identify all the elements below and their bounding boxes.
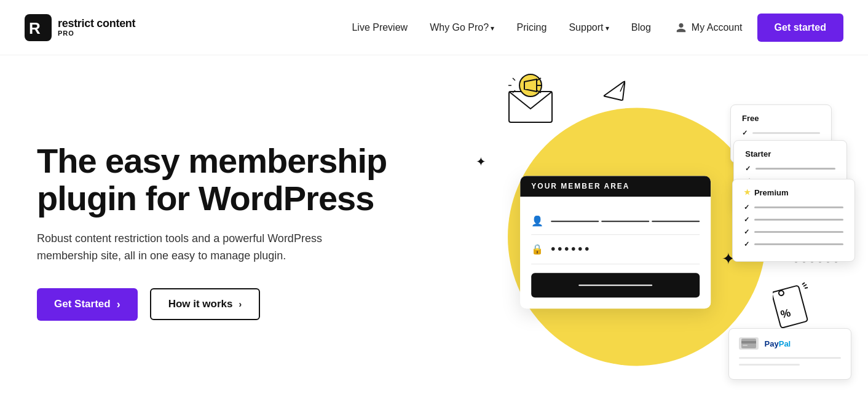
checkmark-icon: ✓ <box>744 203 749 211</box>
pro-badge: PRO <box>58 29 135 37</box>
nav-link-support[interactable]: Support <box>569 22 609 33</box>
payment-card: PayPal <box>728 328 851 380</box>
nav-link-blog[interactable]: Blog <box>631 22 651 33</box>
logo-icon: R <box>25 14 52 41</box>
username-line-short <box>551 221 599 222</box>
svg-rect-15 <box>743 345 748 346</box>
password-dots: •••••• <box>551 242 591 256</box>
svg-marker-2 <box>601 80 629 104</box>
hero-subtitle: Robust content restriction tools and a p… <box>37 230 344 265</box>
nav-link-live-preview[interactable]: Live Preview <box>352 22 408 33</box>
right-arrow-small-icon: › <box>239 299 242 309</box>
member-area-header: YOUR MEMBER AREA <box>520 176 711 197</box>
nav-item-support[interactable]: Support <box>569 22 609 33</box>
member-submit-button <box>531 273 700 297</box>
password-field: 🔒 •••••• <box>531 235 700 264</box>
payment-line-short <box>739 364 800 366</box>
hero-left: The easy membership plugin for WordPress… <box>37 143 456 321</box>
star-premium-icon: ★ <box>744 188 751 197</box>
svg-line-21 <box>805 288 808 288</box>
star-icon-1: ✦ <box>476 154 486 169</box>
nav-item-blog[interactable]: Blog <box>631 22 651 33</box>
nav-item-live-preview[interactable]: Live Preview <box>352 22 408 33</box>
nav-item-pricing[interactable]: Pricing <box>517 22 547 33</box>
tier-premium-card: ★ Premium ✓ ✓ ✓ ✓ <box>732 179 855 262</box>
envelope-illustration <box>503 73 564 125</box>
username-line-long <box>601 221 649 222</box>
how-it-works-label: How it works <box>168 298 233 310</box>
tier-starter-label: Starter <box>745 149 835 159</box>
tier-bar <box>752 132 820 134</box>
checkmark-icon: ✓ <box>745 165 751 173</box>
checkmark-icon: ✓ <box>744 216 749 224</box>
member-card-body: 👤 🔒 •••••• <box>520 197 711 308</box>
hero-section: The easy membership plugin for WordPress… <box>0 55 868 408</box>
nav-links: Live Preview Why Go Pro? Pricing Support… <box>352 22 650 33</box>
submit-line <box>578 284 652 286</box>
checkmark-icon: ✓ <box>742 129 748 137</box>
logo-link[interactable]: R restrict content PRO <box>25 14 135 41</box>
member-area-card: YOUR MEMBER AREA 👤 🔒 •••••• <box>520 176 711 308</box>
lock-field-icon: 🔒 <box>531 243 543 255</box>
svg-line-10 <box>513 78 515 80</box>
nav-link-why-go-pro[interactable]: Why Go Pro? <box>430 22 494 33</box>
tier-bar <box>754 243 843 245</box>
nav-link-pricing[interactable]: Pricing <box>517 22 547 33</box>
hero-buttons: Get Started › How it works › <box>37 288 432 321</box>
brand-name: restrict content <box>58 18 135 30</box>
credit-card-icon <box>739 337 759 350</box>
tier-bar <box>756 168 835 170</box>
nav-get-started-button[interactable]: Get started <box>757 14 843 42</box>
tier-bar <box>754 206 843 208</box>
hero-title: The easy membership plugin for WordPress <box>37 143 432 217</box>
right-arrow-icon: › <box>117 298 120 311</box>
paper-plane-icon <box>601 80 631 108</box>
username-field: 👤 <box>531 208 700 235</box>
tier-free-label: Free <box>742 114 820 123</box>
payment-icons-row: PayPal <box>739 337 841 350</box>
tier-premium-row-4: ✓ <box>744 240 843 248</box>
svg-line-20 <box>803 284 807 286</box>
svg-line-19 <box>802 283 805 284</box>
paypal-logo: PayPal <box>765 339 791 348</box>
hero-get-started-button[interactable]: Get Started › <box>37 288 138 321</box>
tier-free-row-1: ✓ <box>742 129 820 137</box>
tier-premium-label: Premium <box>754 188 789 197</box>
checkmark-icon: ✓ <box>744 240 749 248</box>
username-line-medium <box>652 221 700 222</box>
tier-bar <box>754 219 843 221</box>
nav-right: My Account Get started <box>676 14 843 42</box>
hero-illustration: ✦ ✦ <box>456 55 843 408</box>
how-it-works-button[interactable]: How it works › <box>150 288 261 320</box>
user-field-icon: 👤 <box>531 215 543 227</box>
checkmark-icon: ✓ <box>744 228 749 236</box>
user-icon <box>676 22 687 33</box>
nav-item-why-go-pro[interactable]: Why Go Pro? <box>430 22 494 33</box>
my-account-link[interactable]: My Account <box>676 22 743 33</box>
tier-bar <box>754 231 843 233</box>
my-account-label: My Account <box>692 22 743 33</box>
navbar: R restrict content PRO Live Preview Why … <box>0 0 868 55</box>
svg-rect-14 <box>741 341 756 343</box>
svg-rect-16 <box>773 285 808 328</box>
get-started-label: Get Started <box>54 298 111 310</box>
tier-premium-row-3: ✓ <box>744 228 843 236</box>
payment-line-full <box>739 357 841 359</box>
svg-text:R: R <box>29 19 41 37</box>
tier-premium-row-2: ✓ <box>744 216 843 224</box>
coupon-tag-icon: % <box>773 281 813 331</box>
tier-starter-row-1: ✓ <box>745 165 835 173</box>
tier-premium-row-1: ✓ <box>744 203 843 211</box>
